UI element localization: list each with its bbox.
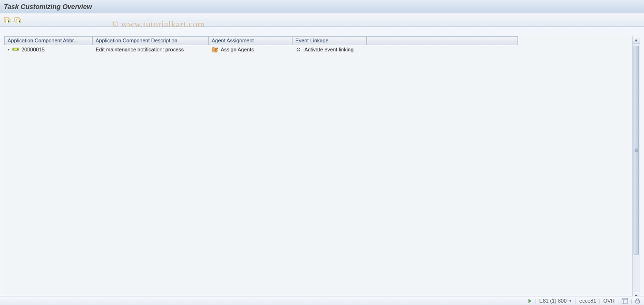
status-sep: | [617, 298, 619, 304]
cell-agent[interactable]: Assign Agents [209, 45, 293, 54]
activate-event-icon [295, 46, 302, 53]
cell-desc-text: Edit maintenance notification: process [96, 47, 184, 52]
status-server-text: ecce81 [579, 298, 596, 304]
task-table: Application Component Abbr... Applicatio… [4, 36, 630, 299]
cell-abbr-text: 20000015 [21, 47, 45, 52]
status-nav-indicator[interactable] [528, 299, 532, 303]
svg-point-7 [215, 48, 217, 50]
cell-event[interactable]: Activate event linking [293, 45, 367, 54]
table-body: • 20000015 Edit maintenance notification… [4, 45, 630, 54]
assign-agents-icon [212, 46, 218, 53]
svg-point-9 [217, 48, 218, 49]
chevron-up-icon: ▲ [634, 38, 638, 42]
svg-point-5 [212, 47, 215, 50]
svg-rect-1 [6, 19, 10, 23]
svg-rect-6 [212, 49, 215, 52]
cell-abbr[interactable]: • 20000015 [4, 45, 93, 54]
status-system-text: E81 (1) 800 [539, 298, 566, 304]
column-header-blank[interactable] [367, 36, 518, 45]
cell-desc: Edit maintenance notification: process [93, 46, 209, 53]
status-system[interactable]: E81 (1) 800 ▼ [539, 298, 572, 304]
status-mode-text: OVR [603, 298, 615, 304]
scroll-up-button[interactable]: ▲ [633, 36, 640, 44]
layout-icon [622, 298, 628, 304]
scroll-thumb[interactable] [634, 46, 639, 255]
column-header-agent[interactable]: Agent Assignment [209, 36, 293, 45]
status-lock-button[interactable] [635, 298, 640, 304]
lock-icon [635, 298, 640, 304]
collapse-all-icon [14, 17, 21, 23]
tree-bullet-icon: • [7, 46, 10, 53]
expand-all-button[interactable] [3, 16, 11, 24]
collapse-all-button[interactable] [13, 16, 22, 24]
column-header-event[interactable]: Event Linkage [293, 36, 367, 45]
status-bar: | E81 (1) 800 ▼ | ecce81 | OVR | | [0, 296, 644, 305]
column-header-abbr[interactable]: Application Component Abbr... [4, 36, 93, 45]
status-mode[interactable]: OVR [603, 298, 615, 304]
expand-all-icon [4, 17, 10, 23]
status-sep: | [535, 298, 537, 304]
table-row[interactable]: • 20000015 Edit maintenance notification… [4, 45, 630, 54]
svg-rect-13 [636, 300, 640, 303]
cell-blank [367, 49, 518, 50]
chevron-down-icon: ▼ [568, 299, 572, 303]
divider-strip [0, 27, 644, 36]
cell-event-text: Activate event linking [304, 47, 353, 52]
workflow-task-icon [12, 46, 19, 53]
status-sep: | [631, 298, 632, 304]
column-header-row: Application Component Abbr... Applicatio… [4, 36, 630, 45]
app-toolbar [0, 13, 644, 27]
status-sep: | [599, 298, 601, 304]
play-icon [528, 299, 532, 303]
scroll-grip-icon [634, 149, 638, 152]
title-bar: Task Customizing Overview [0, 0, 644, 13]
vertical-scrollbar[interactable]: ▲ ▼ [632, 36, 640, 300]
column-header-desc[interactable]: Application Component Description [93, 36, 209, 45]
cell-agent-text: Assign Agents [221, 47, 254, 52]
svg-rect-8 [215, 50, 217, 52]
status-layout-button[interactable] [622, 298, 628, 304]
page-title: Task Customizing Overview [4, 3, 92, 10]
status-server[interactable]: ecce81 [579, 298, 596, 304]
svg-rect-10 [622, 298, 628, 304]
status-sep: | [575, 298, 576, 304]
